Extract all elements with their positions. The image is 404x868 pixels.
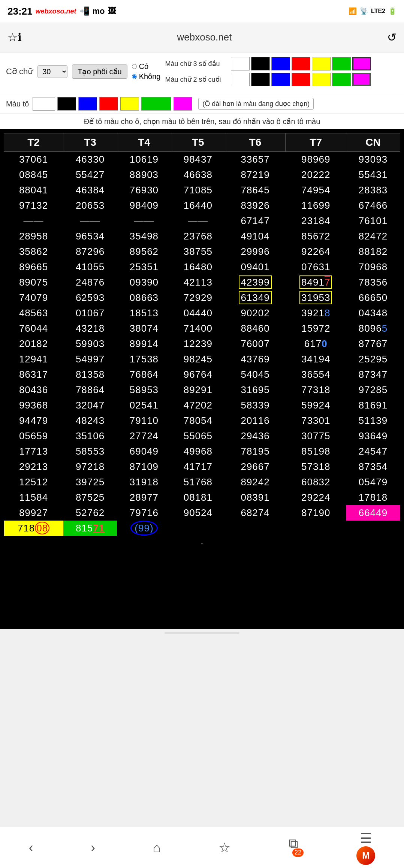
cell-r22-c5[interactable]: 29224 [286, 490, 346, 505]
table-row[interactable]: 12512397253191851768892426083205479 [4, 474, 400, 490]
cell-r5-c5[interactable]: 85672 [286, 229, 346, 244]
table-row[interactable]: 94479482437911078054201167330151139 [4, 413, 400, 428]
cell-r2-c0[interactable]: 88041 [4, 183, 63, 198]
cell-r0-c3[interactable]: 98437 [171, 152, 225, 168]
cell-r11-c4[interactable]: 88460 [225, 321, 286, 336]
cell-r20-c3[interactable]: 41717 [171, 459, 225, 474]
cell-r11-c3[interactable]: 71400 [171, 321, 225, 336]
cell-r2-c3[interactable]: 71085 [171, 183, 225, 198]
table-row[interactable]: 89075248760939042113423998491778356 [4, 275, 400, 290]
cell-r7-c6[interactable]: 70968 [346, 259, 400, 275]
table-row[interactable]: 99368320470254147202583395992481691 [4, 398, 400, 413]
mau-to-black[interactable] [57, 97, 76, 111]
cell-r9-c4[interactable]: 61349 [225, 290, 286, 305]
table-row[interactable]: ————————671472318476101 [4, 213, 400, 229]
cell-r20-c1[interactable]: 97218 [63, 459, 117, 474]
refresh-icon[interactable]: ↺ [387, 31, 397, 44]
cell-r8-c3[interactable]: 42113 [171, 275, 225, 290]
cell-r6-c5[interactable]: 92264 [286, 244, 346, 259]
cell-r22-c1[interactable]: 87525 [63, 490, 117, 505]
cell-r10-c1[interactable]: 01067 [63, 305, 117, 321]
color-red-2[interactable] [292, 73, 310, 86]
cell-r12-c5[interactable]: 6170 [286, 336, 346, 352]
cell-r22-c6[interactable]: 17818 [346, 490, 400, 505]
table-row[interactable]: 37061463301061998437336579896993093 [4, 152, 400, 168]
cell-r4-c6[interactable]: 76101 [346, 213, 400, 229]
cell-r12-c1[interactable]: 59903 [63, 336, 117, 352]
cell-r3-c3[interactable]: 16440 [171, 198, 225, 213]
cell-r23-c2[interactable]: 79716 [117, 505, 171, 521]
table-row[interactable]: 89665410552535116480094010763170968 [4, 259, 400, 275]
cell-r3-c0[interactable]: 97132 [4, 198, 63, 213]
cell-r4-c4[interactable]: 67147 [225, 213, 286, 229]
cell-r1-c4[interactable]: 87219 [225, 167, 286, 183]
cell-r20-c4[interactable]: 29667 [225, 459, 286, 474]
color-green-2[interactable] [332, 73, 351, 86]
cell-r3-c4[interactable]: 83926 [225, 198, 286, 213]
table-row[interactable]: 89927527627971690524682748719066449 [4, 505, 400, 521]
color-magenta-2[interactable] [352, 73, 371, 86]
color-blue-2[interactable] [271, 73, 290, 86]
cell-r17-c3[interactable]: 78054 [171, 413, 225, 428]
cell-r17-c2[interactable]: 79110 [117, 413, 171, 428]
cell-r12-c2[interactable]: 89914 [117, 336, 171, 352]
table-row[interactable]: 97132206539840916440839261169967466 [4, 198, 400, 213]
cell-r5-c0[interactable]: 28958 [4, 229, 63, 244]
cell-r8-c1[interactable]: 24876 [63, 275, 117, 290]
cell-r24-c0[interactable]: 71808 [4, 521, 63, 536]
cell-r17-c6[interactable]: 51139 [346, 413, 400, 428]
cell-r13-c4[interactable]: 43769 [225, 352, 286, 367]
cell-r12-c4[interactable]: 76007 [225, 336, 286, 352]
cell-r13-c1[interactable]: 54997 [63, 352, 117, 367]
cell-r18-c6[interactable]: 93649 [346, 428, 400, 444]
cell-r19-c4[interactable]: 78195 [225, 444, 286, 459]
cell-r10-c0[interactable]: 48563 [4, 305, 63, 321]
cell-r20-c2[interactable]: 87109 [117, 459, 171, 474]
cell-r5-c1[interactable]: 96534 [63, 229, 117, 244]
cell-r18-c0[interactable]: 05659 [4, 428, 63, 444]
cell-r14-c4[interactable]: 54045 [225, 367, 286, 382]
table-row[interactable]: 74079625930866372929613493195366650 [4, 290, 400, 305]
cell-r0-c2[interactable]: 10619 [117, 152, 171, 168]
cell-r2-c4[interactable]: 78645 [225, 183, 286, 198]
cell-r11-c5[interactable]: 15972 [286, 321, 346, 336]
cell-r13-c5[interactable]: 34194 [286, 352, 346, 367]
cell-r22-c4[interactable]: 08391 [225, 490, 286, 505]
cell-r18-c3[interactable]: 55065 [171, 428, 225, 444]
cell-r10-c6[interactable]: 04348 [346, 305, 400, 321]
cell-r17-c0[interactable]: 94479 [4, 413, 63, 428]
cell-r17-c1[interactable]: 48243 [63, 413, 117, 428]
cell-r4-c1[interactable]: —— [63, 213, 117, 229]
nav-menu[interactable]: ☰ M [356, 831, 375, 865]
cell-r11-c2[interactable]: 38074 [117, 321, 171, 336]
nav-forward[interactable]: › [91, 840, 95, 856]
cell-r2-c5[interactable]: 74954 [286, 183, 346, 198]
cell-r22-c0[interactable]: 11584 [4, 490, 63, 505]
cell-r6-c1[interactable]: 87296 [63, 244, 117, 259]
cochu-select[interactable]: 30 24 36 [37, 65, 67, 78]
cell-r15-c1[interactable]: 78864 [63, 382, 117, 398]
cell-r15-c6[interactable]: 97285 [346, 382, 400, 398]
mau-to-green[interactable] [141, 97, 171, 111]
cell-r4-c5[interactable]: 23184 [286, 213, 346, 229]
cell-r18-c1[interactable]: 35106 [63, 428, 117, 444]
cell-r0-c1[interactable]: 46330 [63, 152, 117, 168]
cell-r12-c3[interactable]: 12239 [171, 336, 225, 352]
cell-r23-c3[interactable]: 90524 [171, 505, 225, 521]
cell-r5-c3[interactable]: 23768 [171, 229, 225, 244]
color-green-3[interactable] [332, 57, 351, 70]
cell-r5-c2[interactable]: 35498 [117, 229, 171, 244]
cell-r10-c2[interactable]: 18513 [117, 305, 171, 321]
cell-r14-c6[interactable]: 87347 [346, 367, 400, 382]
cell-r24-c3[interactable] [171, 521, 225, 536]
cell-r9-c6[interactable]: 66650 [346, 290, 400, 305]
cell-r13-c3[interactable]: 98245 [171, 352, 225, 367]
table-row[interactable]: 80436788645895389291316957731897285 [4, 382, 400, 398]
cell-r1-c3[interactable]: 46638 [171, 167, 225, 183]
cell-r24-c2[interactable]: (99) [117, 521, 171, 536]
cell-r15-c5[interactable]: 77318 [286, 382, 346, 398]
cell-r21-c6[interactable]: 05479 [346, 474, 400, 490]
cell-r14-c0[interactable]: 86317 [4, 367, 63, 382]
cell-r19-c1[interactable]: 58553 [63, 444, 117, 459]
cell-r9-c5[interactable]: 31953 [286, 290, 346, 305]
